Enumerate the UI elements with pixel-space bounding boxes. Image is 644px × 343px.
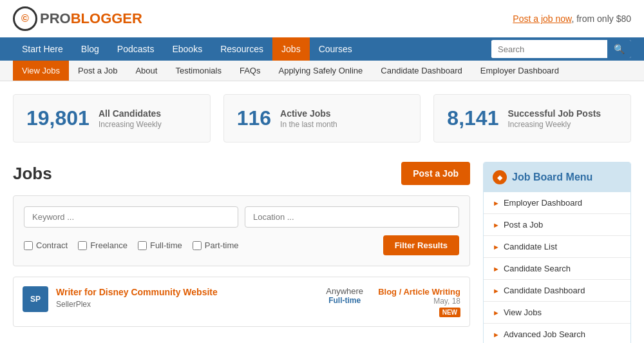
menu-item-view-jobs[interactable]: ► View Jobs — [484, 302, 630, 324]
menu-item-post-a-job[interactable]: ► Post a Job — [484, 214, 630, 236]
logo[interactable]: © PROBLOGGER — [13, 6, 142, 31]
menu-arrow-icon: ► — [493, 199, 500, 207]
menu-item-label: Post a Job — [504, 220, 543, 230]
freelance-checkbox[interactable] — [78, 241, 87, 250]
nav-courses[interactable]: Courses — [310, 37, 361, 61]
menu-item-label: Advanced Job Search — [504, 329, 585, 339]
fulltime-checkbox[interactable] — [138, 241, 147, 250]
job-tag-link[interactable]: Blog / Article Writing — [378, 287, 460, 297]
job-location: Anywhere — [319, 286, 370, 296]
parttime-checkbox[interactable] — [193, 241, 202, 250]
search-button[interactable]: 🔍 — [607, 40, 631, 58]
stat-job-posts-number: 8,141 — [447, 106, 498, 130]
menu-item-label: Employer Dashboard — [504, 198, 582, 208]
subnav-faqs[interactable]: FAQs — [231, 61, 270, 81]
menu-arrow-icon: ► — [493, 265, 500, 273]
menu-arrow-icon: ► — [493, 287, 500, 295]
subnav-candidate-dashboard[interactable]: Candidate Dashboard — [372, 61, 471, 81]
filter-inputs-row — [24, 206, 459, 228]
stat-candidates-number: 19,801 — [26, 106, 90, 130]
menu-item-candidate-dashboard[interactable]: ► Candidate Dashboard — [484, 280, 630, 302]
stat-candidates-label: All Candidates — [99, 108, 162, 119]
filter-checkboxes-row: Contract Freelance Full-time Part-time F… — [24, 235, 459, 255]
menu-item-advanced-search[interactable]: ► Advanced Job Search — [484, 324, 630, 343]
menu-item-label: Candidate Dashboard — [504, 286, 585, 295]
stat-active-jobs: 116 Active Jobs In the last month — [223, 94, 421, 142]
jobs-title: Jobs — [13, 164, 52, 184]
nav-blog[interactable]: Blog — [72, 37, 108, 61]
menu-item-candidate-list[interactable]: ► Candidate List — [484, 236, 630, 258]
stats-section: 19,801 All Candidates Increasing Weekly … — [0, 81, 644, 155]
job-tags: Blog / Article Writing — [378, 286, 460, 297]
job-board-menu: ◆ Job Board Menu ► Employer Dashboard ► … — [483, 162, 631, 343]
filter-results-button[interactable]: Filter Results — [383, 235, 459, 255]
menu-arrow-icon: ► — [493, 243, 500, 251]
sub-navigation: View Jobs Post a Job About Testimonials … — [0, 61, 644, 81]
job-info: Writer for Disney Community Website Sell… — [56, 286, 311, 309]
menu-item-label: Candidate List — [504, 242, 557, 251]
search-filters: Contract Freelance Full-time Part-time F… — [13, 195, 470, 266]
menu-item-candidate-search[interactable]: ► Candidate Search — [484, 258, 630, 280]
subnav-testimonials[interactable]: Testimonials — [166, 61, 231, 81]
nav-jobs[interactable]: Jobs — [272, 37, 310, 61]
logo-icon: © — [13, 6, 37, 31]
nav-podcasts[interactable]: Podcasts — [108, 37, 164, 61]
checkbox-parttime[interactable]: Part-time — [193, 240, 239, 250]
stat-job-posts-sub: Increasing Weekly — [507, 120, 601, 129]
menu-item-label: View Jobs — [504, 308, 542, 317]
board-menu-header: ◆ Job Board Menu — [484, 162, 630, 192]
top-nav-links: Start Here Blog Podcasts Ebooks Resource… — [13, 37, 361, 61]
job-company-logo: SP — [23, 286, 48, 312]
job-right-side: Blog / Article Writing May, 18 NEW — [378, 286, 460, 317]
job-listing-item: SP Writer for Disney Community Website S… — [13, 277, 470, 327]
board-menu-title: Job Board Menu — [512, 172, 592, 183]
menu-arrow-icon: ► — [493, 309, 500, 317]
stat-active-jobs-sub: In the last month — [280, 120, 337, 129]
job-company-name: SellerPlex — [56, 300, 311, 309]
main-content: Jobs Post a Job Contract Freelance F — [0, 155, 644, 343]
location-input[interactable] — [245, 206, 459, 228]
subnav-applying-safely[interactable]: Applying Safely Online — [269, 61, 372, 81]
stat-active-jobs-label: Active Jobs — [280, 108, 337, 119]
subnav-view-jobs[interactable]: View Jobs — [13, 61, 69, 81]
top-navigation: Start Here Blog Podcasts Ebooks Resource… — [0, 37, 644, 61]
search-input[interactable] — [491, 41, 607, 58]
stat-candidates-sub: Increasing Weekly — [99, 120, 162, 129]
board-menu-icon: ◆ — [493, 170, 507, 184]
subnav-post-a-job[interactable]: Post a Job — [69, 61, 126, 81]
jobs-column: Jobs Post a Job Contract Freelance F — [13, 162, 470, 343]
new-badge: NEW — [439, 308, 460, 317]
stat-job-posts: 8,141 Successful Job Posts Increasing We… — [433, 94, 631, 142]
logo-text: PROBLOGGER — [40, 10, 142, 27]
menu-arrow-icon: ► — [493, 221, 500, 229]
header-promo: Post a job now, from only $80 — [513, 14, 631, 24]
checkbox-freelance[interactable]: Freelance — [78, 240, 128, 250]
subnav-about[interactable]: About — [126, 61, 166, 81]
checkbox-fulltime[interactable]: Full-time — [138, 240, 182, 250]
menu-item-label: Candidate Search — [504, 264, 571, 273]
subnav-employer-dashboard[interactable]: Employer Dashboard — [471, 61, 568, 81]
nav-start-here[interactable]: Start Here — [13, 37, 72, 61]
stat-candidates: 19,801 All Candidates Increasing Weekly — [13, 94, 211, 142]
post-job-promo-link[interactable]: Post a job now — [513, 14, 571, 24]
jobs-header: Jobs Post a Job — [13, 162, 470, 185]
menu-arrow-icon: ► — [493, 331, 500, 338]
job-type: Full-time — [319, 296, 370, 305]
keyword-input[interactable] — [24, 206, 238, 228]
job-date: May, 18 — [378, 297, 460, 306]
job-title-link[interactable]: Writer for Disney Community Website — [56, 287, 218, 297]
stat-job-posts-label: Successful Job Posts — [507, 108, 601, 119]
stat-active-jobs-number: 116 — [237, 106, 271, 130]
nav-resources[interactable]: Resources — [211, 37, 272, 61]
nav-ebooks[interactable]: Ebooks — [163, 37, 211, 61]
job-meta: Anywhere Full-time — [319, 286, 370, 305]
page-header: © PROBLOGGER Post a job now, from only $… — [0, 0, 644, 37]
checkbox-contract[interactable]: Contract — [24, 240, 68, 250]
search-box: 🔍 — [491, 40, 631, 58]
sidebar: ◆ Job Board Menu ► Employer Dashboard ► … — [483, 162, 631, 343]
contract-checkbox[interactable] — [24, 241, 33, 250]
menu-item-employer-dashboard[interactable]: ► Employer Dashboard — [484, 192, 630, 214]
post-job-button[interactable]: Post a Job — [401, 162, 470, 185]
